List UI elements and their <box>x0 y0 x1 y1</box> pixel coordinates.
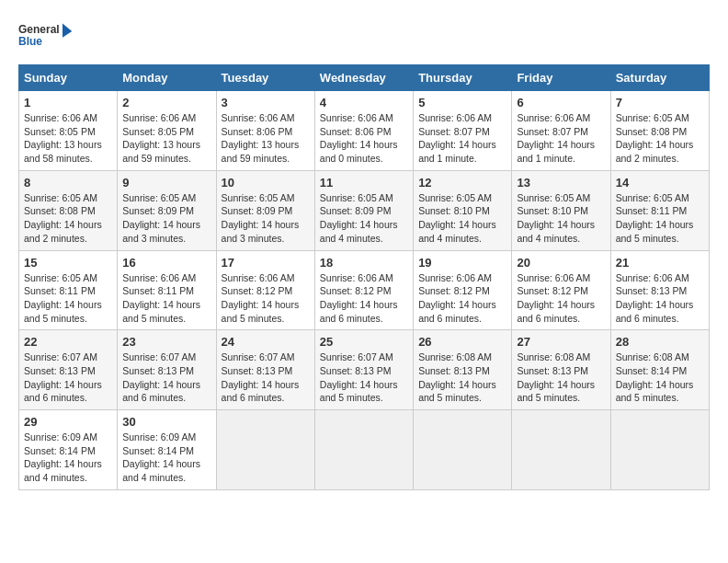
calendar-cell: 21Sunrise: 6:06 AM Sunset: 8:13 PM Dayli… <box>610 250 709 330</box>
calendar-cell: 29Sunrise: 6:09 AM Sunset: 8:14 PM Dayli… <box>19 410 118 490</box>
calendar-cell <box>512 410 610 490</box>
calendar-cell: 23Sunrise: 6:07 AM Sunset: 8:13 PM Dayli… <box>118 330 216 410</box>
calendar-cell: 9Sunrise: 6:05 AM Sunset: 8:09 PM Daylig… <box>118 170 216 250</box>
day-number: 24 <box>222 335 310 349</box>
header-saturday: Saturday <box>610 65 709 91</box>
header-wednesday: Wednesday <box>314 65 413 91</box>
day-info: Sunrise: 6:05 AM Sunset: 8:11 PM Dayligh… <box>24 271 112 326</box>
day-number: 1 <box>24 96 112 109</box>
day-info: Sunrise: 6:05 AM Sunset: 8:09 PM Dayligh… <box>320 191 408 246</box>
day-info: Sunrise: 6:06 AM Sunset: 8:07 PM Dayligh… <box>517 111 605 166</box>
header-thursday: Thursday <box>414 65 512 91</box>
day-info: Sunrise: 6:08 AM Sunset: 8:13 PM Dayligh… <box>418 350 506 405</box>
day-info: Sunrise: 6:06 AM Sunset: 8:12 PM Dayligh… <box>222 271 310 326</box>
day-info: Sunrise: 6:06 AM Sunset: 8:06 PM Dayligh… <box>222 111 310 166</box>
calendar-cell <box>216 410 314 490</box>
header-monday: Monday <box>118 65 216 91</box>
day-info: Sunrise: 6:05 AM Sunset: 8:08 PM Dayligh… <box>616 111 704 166</box>
day-number: 22 <box>24 335 112 349</box>
calendar-cell: 24Sunrise: 6:07 AM Sunset: 8:13 PM Dayli… <box>216 330 314 410</box>
week-row-0: 1Sunrise: 6:06 AM Sunset: 8:05 PM Daylig… <box>19 91 710 171</box>
header-friday: Friday <box>512 65 610 91</box>
calendar-cell: 4Sunrise: 6:06 AM Sunset: 8:06 PM Daylig… <box>314 91 413 171</box>
calendar-cell: 25Sunrise: 6:07 AM Sunset: 8:13 PM Dayli… <box>314 330 413 410</box>
header-sunday: Sunday <box>19 65 118 91</box>
day-info: Sunrise: 6:09 AM Sunset: 8:14 PM Dayligh… <box>24 431 112 485</box>
calendar-cell: 20Sunrise: 6:06 AM Sunset: 8:12 PM Dayli… <box>512 250 610 330</box>
day-info: Sunrise: 6:06 AM Sunset: 8:12 PM Dayligh… <box>517 271 605 326</box>
day-number: 17 <box>222 256 310 270</box>
calendar-cell: 16Sunrise: 6:06 AM Sunset: 8:11 PM Dayli… <box>118 250 216 330</box>
day-info: Sunrise: 6:06 AM Sunset: 8:05 PM Dayligh… <box>122 111 210 166</box>
day-number: 19 <box>418 256 506 270</box>
day-info: Sunrise: 6:05 AM Sunset: 8:09 PM Dayligh… <box>122 191 210 246</box>
day-number: 23 <box>122 335 210 349</box>
calendar-cell: 6Sunrise: 6:06 AM Sunset: 8:07 PM Daylig… <box>512 91 610 171</box>
calendar-cell: 19Sunrise: 6:06 AM Sunset: 8:12 PM Dayli… <box>414 250 512 330</box>
day-info: Sunrise: 6:06 AM Sunset: 8:06 PM Dayligh… <box>320 111 408 166</box>
svg-text:General: General <box>18 23 60 36</box>
calendar-cell: 26Sunrise: 6:08 AM Sunset: 8:13 PM Dayli… <box>414 330 512 410</box>
day-number: 6 <box>517 96 605 109</box>
day-info: Sunrise: 6:06 AM Sunset: 8:12 PM Dayligh… <box>418 271 506 326</box>
day-number: 26 <box>418 335 506 349</box>
header-tuesday: Tuesday <box>216 65 314 91</box>
svg-text:Blue: Blue <box>18 35 42 48</box>
day-info: Sunrise: 6:08 AM Sunset: 8:13 PM Dayligh… <box>517 350 605 405</box>
day-info: Sunrise: 6:05 AM Sunset: 8:10 PM Dayligh… <box>517 191 605 246</box>
calendar-header: SundayMondayTuesdayWednesdayThursdayFrid… <box>19 65 710 91</box>
day-number: 11 <box>320 176 408 190</box>
day-number: 30 <box>122 415 210 429</box>
day-number: 29 <box>24 415 112 429</box>
day-info: Sunrise: 6:06 AM Sunset: 8:11 PM Dayligh… <box>122 271 210 326</box>
day-info: Sunrise: 6:08 AM Sunset: 8:14 PM Dayligh… <box>616 350 704 405</box>
calendar-cell: 18Sunrise: 6:06 AM Sunset: 8:12 PM Dayli… <box>314 250 413 330</box>
logo: General Blue <box>18 18 74 55</box>
day-info: Sunrise: 6:09 AM Sunset: 8:14 PM Dayligh… <box>122 431 210 485</box>
day-number: 7 <box>616 96 704 109</box>
day-number: 2 <box>122 96 210 109</box>
day-info: Sunrise: 6:07 AM Sunset: 8:13 PM Dayligh… <box>222 350 310 405</box>
day-number: 21 <box>616 256 704 270</box>
calendar-cell: 11Sunrise: 6:05 AM Sunset: 8:09 PM Dayli… <box>314 170 413 250</box>
week-row-1: 8Sunrise: 6:05 AM Sunset: 8:08 PM Daylig… <box>19 170 710 250</box>
calendar-cell <box>414 410 512 490</box>
day-number: 13 <box>517 176 605 190</box>
day-info: Sunrise: 6:05 AM Sunset: 8:11 PM Dayligh… <box>616 191 704 246</box>
day-number: 10 <box>222 176 310 190</box>
day-number: 12 <box>418 176 506 190</box>
calendar-cell: 8Sunrise: 6:05 AM Sunset: 8:08 PM Daylig… <box>19 170 118 250</box>
day-number: 20 <box>517 256 605 270</box>
calendar-table: SundayMondayTuesdayWednesdayThursdayFrid… <box>18 64 710 490</box>
day-info: Sunrise: 6:06 AM Sunset: 8:05 PM Dayligh… <box>24 111 112 166</box>
calendar-cell: 7Sunrise: 6:05 AM Sunset: 8:08 PM Daylig… <box>610 91 709 171</box>
calendar-cell: 10Sunrise: 6:05 AM Sunset: 8:09 PM Dayli… <box>216 170 314 250</box>
day-number: 28 <box>616 335 704 349</box>
svg-marker-2 <box>63 23 72 37</box>
calendar-cell: 17Sunrise: 6:06 AM Sunset: 8:12 PM Dayli… <box>216 250 314 330</box>
calendar-cell: 2Sunrise: 6:06 AM Sunset: 8:05 PM Daylig… <box>118 91 216 171</box>
day-info: Sunrise: 6:05 AM Sunset: 8:09 PM Dayligh… <box>222 191 310 246</box>
day-number: 5 <box>418 96 506 109</box>
calendar-cell: 12Sunrise: 6:05 AM Sunset: 8:10 PM Dayli… <box>414 170 512 250</box>
calendar-cell: 3Sunrise: 6:06 AM Sunset: 8:06 PM Daylig… <box>216 91 314 171</box>
calendar-cell: 28Sunrise: 6:08 AM Sunset: 8:14 PM Dayli… <box>610 330 709 410</box>
calendar-cell: 13Sunrise: 6:05 AM Sunset: 8:10 PM Dayli… <box>512 170 610 250</box>
week-row-4: 29Sunrise: 6:09 AM Sunset: 8:14 PM Dayli… <box>19 410 710 490</box>
calendar-cell: 27Sunrise: 6:08 AM Sunset: 8:13 PM Dayli… <box>512 330 610 410</box>
calendar-cell: 1Sunrise: 6:06 AM Sunset: 8:05 PM Daylig… <box>19 91 118 171</box>
day-number: 4 <box>320 96 408 109</box>
day-number: 3 <box>222 96 310 109</box>
calendar-cell: 30Sunrise: 6:09 AM Sunset: 8:14 PM Dayli… <box>118 410 216 490</box>
logo-svg: General Blue <box>18 18 74 55</box>
calendar-cell <box>610 410 709 490</box>
day-info: Sunrise: 6:05 AM Sunset: 8:10 PM Dayligh… <box>418 191 506 246</box>
day-number: 15 <box>24 256 112 270</box>
day-number: 8 <box>24 176 112 190</box>
calendar-cell: 14Sunrise: 6:05 AM Sunset: 8:11 PM Dayli… <box>610 170 709 250</box>
calendar-body: 1Sunrise: 6:06 AM Sunset: 8:05 PM Daylig… <box>19 91 710 490</box>
day-info: Sunrise: 6:05 AM Sunset: 8:08 PM Dayligh… <box>24 191 112 246</box>
day-info: Sunrise: 6:06 AM Sunset: 8:07 PM Dayligh… <box>418 111 506 166</box>
week-row-3: 22Sunrise: 6:07 AM Sunset: 8:13 PM Dayli… <box>19 330 710 410</box>
day-info: Sunrise: 6:06 AM Sunset: 8:13 PM Dayligh… <box>616 271 704 326</box>
